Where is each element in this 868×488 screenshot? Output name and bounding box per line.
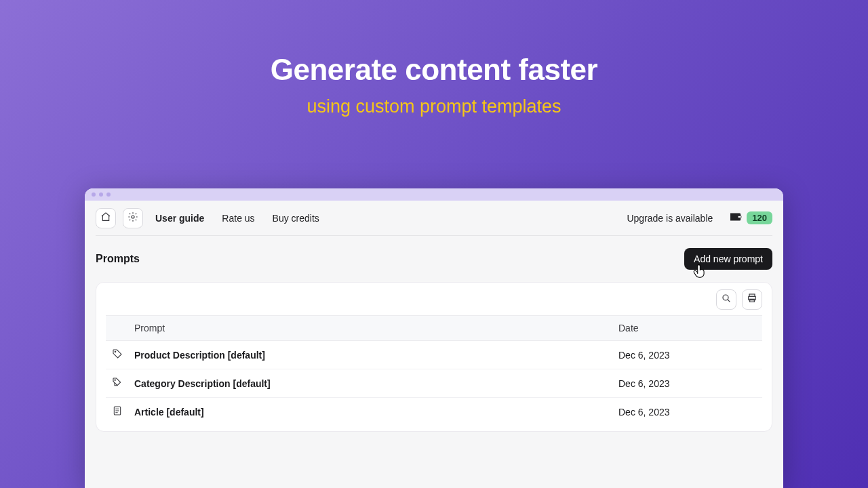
svg-point-0 (132, 216, 134, 218)
window-titlebar (85, 188, 783, 201)
page-title: Prompts (96, 253, 140, 265)
home-button[interactable] (96, 208, 116, 228)
prompt-name: Category Description [default] (129, 369, 613, 398)
credits-counter[interactable]: 120 (729, 211, 772, 224)
gear-icon (127, 211, 138, 224)
wallet-icon (729, 211, 743, 224)
prompt-date: Dec 6, 2023 (613, 369, 762, 398)
prompt-name: Article [default] (129, 398, 613, 426)
column-prompt[interactable]: Prompt (129, 316, 613, 341)
settings-button[interactable] (123, 208, 143, 228)
print-button[interactable] (742, 289, 762, 310)
tags-icon (112, 379, 123, 390)
printer-icon (747, 293, 757, 306)
table-row[interactable]: Product Description [default] Dec 6, 202… (106, 341, 762, 369)
svg-rect-1 (738, 216, 741, 218)
prompt-name: Product Description [default] (129, 341, 613, 369)
svg-point-6 (115, 351, 116, 352)
nav-user-guide[interactable]: User guide (155, 213, 204, 224)
prompt-date: Dec 6, 2023 (613, 398, 762, 426)
hero-subtitle: using custom prompt templates (0, 96, 868, 117)
search-icon (721, 293, 732, 306)
column-date[interactable]: Date (613, 316, 762, 341)
hero-title: Generate content faster (0, 53, 868, 87)
add-prompt-button[interactable]: Add new prompt (684, 248, 772, 270)
table-row[interactable]: Category Description [default] Dec 6, 20… (106, 369, 762, 398)
nav-buy-credits[interactable]: Buy credits (273, 213, 319, 224)
svg-point-7 (115, 380, 115, 380)
app-window: User guide Rate us Buy credits Upgrade i… (85, 188, 783, 488)
upgrade-available[interactable]: Upgrade is available (627, 213, 713, 224)
document-icon (112, 407, 123, 418)
prompt-date: Dec 6, 2023 (613, 341, 762, 369)
prompts-card: Prompt Date Product Description [default… (96, 282, 772, 432)
nav-links: User guide Rate us Buy credits (155, 213, 319, 224)
credits-badge: 120 (747, 211, 772, 224)
tag-icon (112, 350, 123, 361)
table-row[interactable]: Article [default] Dec 6, 2023 (106, 398, 762, 426)
prompts-table: Prompt Date Product Description [default… (106, 315, 762, 426)
svg-point-2 (723, 295, 728, 300)
svg-rect-5 (750, 299, 755, 302)
search-button[interactable] (716, 289, 736, 310)
top-toolbar: User guide Rate us Buy credits Upgrade i… (96, 201, 772, 236)
nav-rate-us[interactable]: Rate us (222, 213, 254, 224)
home-icon (100, 211, 111, 224)
